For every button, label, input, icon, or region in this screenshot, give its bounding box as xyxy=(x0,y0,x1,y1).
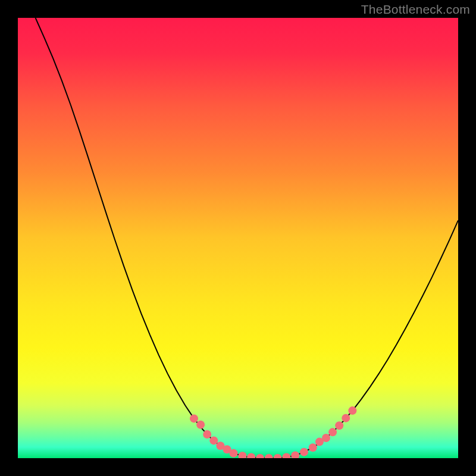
highlight-dot xyxy=(209,436,218,444)
highlight-dot xyxy=(190,414,198,422)
highlight-dot xyxy=(230,449,238,458)
attribution-text: TheBottleneck.com xyxy=(361,2,470,17)
highlight-dot xyxy=(322,434,330,442)
highlight-dot xyxy=(348,406,356,415)
gradient-background xyxy=(18,18,458,458)
highlight-dot xyxy=(335,421,343,430)
highlight-dot xyxy=(196,421,205,429)
highlight-dot xyxy=(300,448,308,456)
bottleneck-chart xyxy=(18,18,458,458)
highlight-dot xyxy=(203,430,211,439)
highlight-dot xyxy=(328,428,337,436)
chart-frame: TheBottleneck.com xyxy=(0,0,476,476)
highlight-dot xyxy=(309,443,317,452)
highlight-dot xyxy=(342,414,350,422)
